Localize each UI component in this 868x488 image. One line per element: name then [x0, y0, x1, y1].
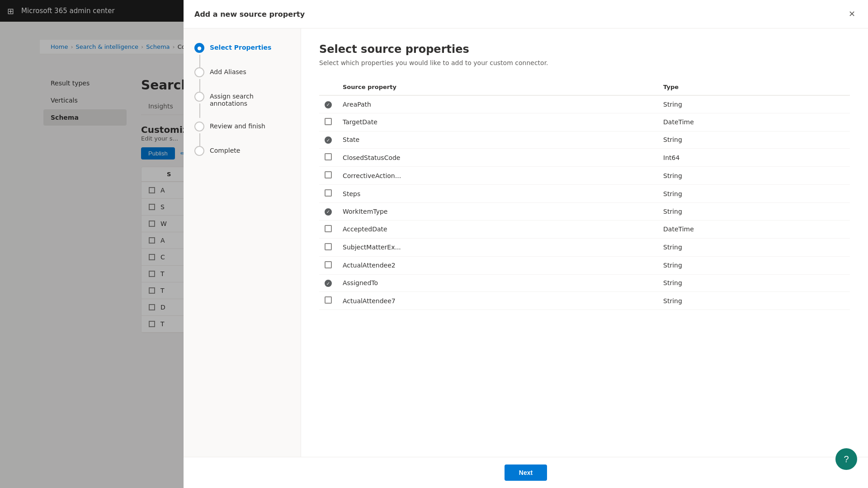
- panel-title: Add a new source property: [194, 10, 305, 19]
- property-type: String: [658, 185, 850, 203]
- property-name: ActualAttendee7: [337, 292, 658, 310]
- table-row[interactable]: ActualAttendee2 String: [319, 256, 850, 274]
- property-type: DateTime: [658, 220, 850, 238]
- step-label-1: Select Properties: [210, 43, 271, 51]
- step-add-aliases: Add Aliases: [194, 67, 290, 77]
- checkbox-cell: [319, 185, 337, 203]
- row-checkbox[interactable]: ✓: [325, 208, 332, 216]
- next-button[interactable]: Next: [505, 465, 547, 481]
- checkbox-cell: [319, 113, 337, 131]
- checkbox-cell: ✓: [319, 95, 337, 113]
- step-circle-4: [194, 122, 204, 131]
- section-title: Select source properties: [319, 43, 850, 56]
- col-header-checkbox: [319, 79, 337, 95]
- row-checkbox[interactable]: [325, 189, 332, 197]
- checkbox-cell: ✓: [319, 131, 337, 149]
- checkbox-cell: [319, 292, 337, 310]
- step-label-3: Assign search annotations: [210, 92, 290, 107]
- row-checkbox[interactable]: [325, 225, 332, 232]
- property-name: WorkItemType: [337, 203, 658, 221]
- wizard-steps: ● Select Properties Add Aliases Assign s…: [184, 28, 301, 457]
- checkbox-cell: ✓: [319, 203, 337, 221]
- checkbox-cell: [319, 149, 337, 167]
- property-name: AssignedTo: [337, 274, 658, 292]
- row-checkbox[interactable]: [325, 261, 332, 268]
- section-subtitle: Select which properties you would like t…: [319, 59, 850, 66]
- table-row[interactable]: ✓ AssignedTo String: [319, 274, 850, 292]
- property-type: String: [658, 292, 850, 310]
- close-button[interactable]: ✕: [847, 7, 857, 21]
- step-select-properties: ● Select Properties: [194, 43, 290, 53]
- checkbox-cell: [319, 167, 337, 185]
- row-checkbox[interactable]: [325, 296, 332, 304]
- panel-dialog: Add a new source property ✕ ● Select Pro…: [184, 0, 868, 488]
- step-label-5: Complete: [210, 146, 240, 154]
- table-row[interactable]: ✓ WorkItemType String: [319, 203, 850, 221]
- step-complete: Complete: [194, 146, 290, 156]
- property-name: AcceptedDate: [337, 220, 658, 238]
- table-row[interactable]: TargetDate DateTime: [319, 113, 850, 131]
- table-row[interactable]: ✓ State String: [319, 131, 850, 149]
- table-row[interactable]: ✓ AreaPath String: [319, 95, 850, 113]
- checkbox-cell: [319, 238, 337, 256]
- property-type: DateTime: [658, 113, 850, 131]
- row-checkbox[interactable]: [325, 153, 332, 160]
- fab-help-button[interactable]: ?: [835, 448, 857, 470]
- step-label-4: Review and finish: [210, 122, 265, 130]
- step-review: Review and finish: [194, 122, 290, 131]
- step-circle-1: ●: [194, 43, 204, 53]
- checkbox-cell: ✓: [319, 274, 337, 292]
- property-name: State: [337, 131, 658, 149]
- property-type: String: [658, 256, 850, 274]
- table-row[interactable]: Steps String: [319, 185, 850, 203]
- panel-footer: Next: [184, 457, 868, 488]
- property-type: String: [658, 274, 850, 292]
- property-type: Int64: [658, 149, 850, 167]
- step-circle-2: [194, 67, 204, 77]
- step-circle-3: [194, 92, 204, 102]
- property-name: ClosedStatusCode: [337, 149, 658, 167]
- row-checkbox[interactable]: ✓: [325, 136, 332, 144]
- property-type: String: [658, 167, 850, 185]
- property-name: ActualAttendee2: [337, 256, 658, 274]
- table-row[interactable]: CorrectiveAction... String: [319, 167, 850, 185]
- property-type: String: [658, 131, 850, 149]
- checkbox-cell: [319, 256, 337, 274]
- table-row[interactable]: AcceptedDate DateTime: [319, 220, 850, 238]
- property-type: String: [658, 238, 850, 256]
- row-checkbox[interactable]: [325, 243, 332, 250]
- row-checkbox[interactable]: ✓: [325, 101, 332, 108]
- property-name: TargetDate: [337, 113, 658, 131]
- property-name: AreaPath: [337, 95, 658, 113]
- row-checkbox[interactable]: [325, 171, 332, 178]
- panel-header: Add a new source property ✕: [184, 0, 868, 28]
- table-row[interactable]: SubjectMatterEx... String: [319, 238, 850, 256]
- step-circle-5: [194, 146, 204, 156]
- panel-body: ● Select Properties Add Aliases Assign s…: [184, 28, 868, 457]
- property-name: SubjectMatterEx...: [337, 238, 658, 256]
- step-label-2: Add Aliases: [210, 67, 246, 75]
- property-name: CorrectiveAction...: [337, 167, 658, 185]
- step-assign-annotations: Assign search annotations: [194, 92, 290, 107]
- row-checkbox[interactable]: [325, 118, 332, 125]
- table-row[interactable]: ActualAttendee7 String: [319, 292, 850, 310]
- col-header-source-property: Source property: [337, 79, 658, 95]
- table-row[interactable]: ClosedStatusCode Int64: [319, 149, 850, 167]
- properties-table: Source property Type ✓ AreaPath String T…: [319, 79, 850, 310]
- checkbox-cell: [319, 220, 337, 238]
- col-header-type: Type: [658, 79, 850, 95]
- property-name: Steps: [337, 185, 658, 203]
- property-type: String: [658, 95, 850, 113]
- property-type: String: [658, 203, 850, 221]
- row-checkbox[interactable]: ✓: [325, 280, 332, 287]
- panel-main-content: Select source properties Select which pr…: [301, 28, 868, 457]
